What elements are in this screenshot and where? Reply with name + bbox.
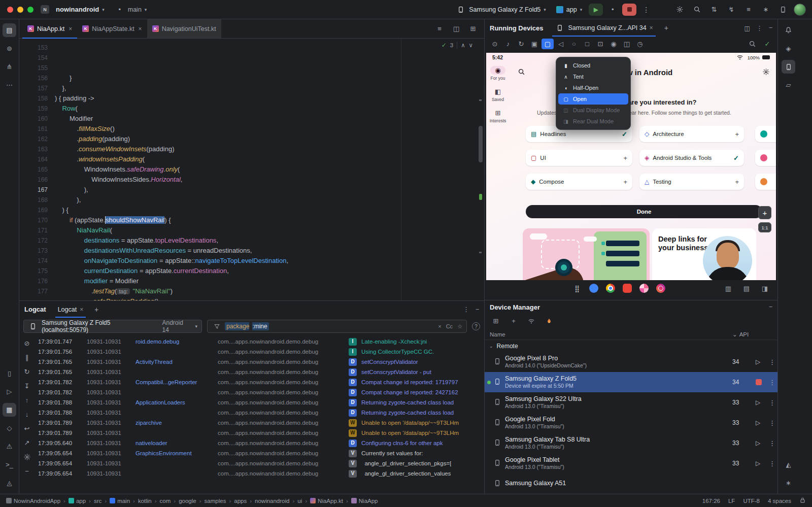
partial-chip[interactable] (755, 150, 776, 166)
log-entry[interactable]: 17:39:01.76510931-10931ActivityThreadcom… (35, 357, 484, 367)
log-entry[interactable]: 17:39:01.78810931-10931com....apps.nowin… (35, 408, 484, 418)
tool-strip-gradle[interactable]: ◈ (782, 42, 795, 55)
split-screen-icon[interactable]: ▥ (723, 283, 733, 293)
log-entry[interactable]: 17:39:05.64010931-10931nativeloadercom..… (35, 438, 484, 448)
logcat-collapse-button[interactable]: − (21, 466, 32, 476)
start-device-button[interactable]: ▷ (756, 399, 760, 406)
hide-device-manager-icon[interactable]: − (769, 303, 772, 311)
home-button[interactable]: ○ (568, 39, 580, 49)
minimize-window-button[interactable] (17, 7, 23, 13)
line-separator[interactable]: LF (728, 498, 735, 504)
tool-strip-emulator[interactable]: ▱ (782, 78, 795, 92)
handle-icon[interactable]: ◨ (760, 283, 770, 293)
breadcrumb-item-NiaApp[interactable]: NiaApp (351, 498, 378, 504)
hide-panel-icon[interactable]: − (769, 24, 772, 31)
clear-filter-icon[interactable]: × (438, 323, 441, 329)
tool-strip-structure[interactable]: ⋔ (3, 60, 16, 74)
device-mirror-button[interactable] (776, 4, 790, 16)
zoom-ratio-button[interactable]: 1:1 (758, 222, 771, 232)
device-row-Google Pixel Fold[interactable]: Google Pixel FoldAndroid 13.0 ("Tiramisu… (485, 413, 777, 433)
editor-scrollbar[interactable] (479, 39, 483, 300)
synced-button[interactable]: ✓ (761, 39, 773, 49)
split-icon[interactable]: ◫ (451, 24, 461, 34)
log-entry[interactable]: 17:39:01.78910931-10931ziparchivecom....… (35, 418, 484, 428)
more-actions-button[interactable]: ⋮ (639, 4, 653, 16)
log-entry[interactable]: 17:39:01.78810931-10931ApplicationLoader… (35, 397, 484, 408)
zoom-reset-button[interactable] (746, 39, 758, 49)
hide-logcat-icon[interactable]: − (476, 306, 479, 313)
pair-wifi-button[interactable] (526, 316, 536, 326)
logcat-device-selector[interactable]: Samsung Galaxy Z Fold5 (localhost:50579)… (23, 320, 202, 333)
tool-strip-notifications[interactable] (782, 23, 795, 37)
app-search-icon[interactable] (518, 68, 525, 77)
match-case-icon[interactable]: Cc (446, 323, 453, 329)
editor[interactable]: 1531541551561571581591601611621631641651… (19, 39, 484, 300)
fold-menu-item-Closed[interactable]: ▮Closed (558, 60, 628, 71)
add-icon[interactable]: + (735, 130, 739, 138)
settings-button[interactable] (673, 4, 686, 16)
record-button[interactable]: ◉ (607, 39, 620, 49)
volume-button[interactable]: ♪ (502, 39, 514, 49)
logcat-scroll-end-button[interactable]: ↧ (21, 381, 32, 391)
indent-style[interactable]: 4 spaces (768, 498, 791, 504)
timer-button[interactable]: ◷ (634, 39, 646, 49)
debug-button[interactable]: • (606, 4, 619, 16)
device-table-header[interactable]: Name ⌄API (485, 329, 777, 341)
tool-strip-project[interactable]: ▤ (3, 23, 16, 37)
zoom-in-button[interactable]: + (758, 206, 771, 219)
apps-app-icon[interactable]: ⣿ (572, 284, 582, 293)
project-widget[interactable]: nowinandroid ▾ (52, 4, 108, 15)
nav-item-Saved[interactable]: ◧Saved (490, 87, 505, 102)
breadcrumb-item-src[interactable]: src (94, 498, 101, 504)
next-problem-icon[interactable]: ∨ (469, 42, 473, 49)
close-icon[interactable]: × (139, 25, 142, 32)
add-button[interactable]: + (509, 316, 519, 326)
logcat-settings-button[interactable] (21, 452, 32, 462)
start-device-button[interactable]: ▷ (756, 419, 760, 426)
log-entry[interactable]: 17:39:01.76510931-10931com....apps.nowin… (35, 367, 484, 377)
tool-strip-assistant[interactable]: ∗ (782, 476, 795, 490)
breadcrumb-item-app[interactable]: app (69, 498, 86, 504)
logcat-options-icon[interactable]: ⋮ (463, 306, 469, 313)
chrome-app-icon[interactable] (606, 284, 615, 293)
column-api[interactable]: API (739, 331, 749, 337)
device-menu-icon[interactable]: ⋮ (769, 358, 775, 366)
logcat-prev-button[interactable]: ↑ (21, 395, 32, 405)
fold-menu-item-Tent[interactable]: ∧Tent (558, 71, 628, 82)
tool-strip-more[interactable]: ⋯ (3, 78, 16, 92)
logcat-tab[interactable]: Logcat × (53, 301, 88, 318)
logcat-wrap-button[interactable]: ↩ (21, 423, 32, 433)
device-menu-icon[interactable]: ⋮ (769, 460, 775, 467)
log-entry[interactable]: 17:39:05.65410931-10931com....apps.nowin… (35, 468, 484, 479)
device-screen[interactable]: 5:42 100% ◉For you◧Saved⊞Interests Now i… (486, 53, 776, 296)
close-icon[interactable]: × (80, 306, 83, 313)
back-button[interactable]: ◁ (555, 39, 567, 49)
breadcrumb-item-nowinandroid[interactable]: nowinandroid (255, 498, 289, 504)
firebase-button[interactable] (544, 316, 554, 326)
running-device-tab[interactable]: Samsung Galaxy Z...API 34 × (550, 20, 657, 37)
editor-tab-NavigationUiTest.kt[interactable]: KNavigationUiTest.kt (147, 19, 221, 38)
tool-strip-running-devices[interactable]: ▦ (3, 403, 16, 417)
partial-chip[interactable] (755, 126, 776, 142)
checked-icon[interactable]: ✓ (622, 130, 627, 138)
device-menu-icon[interactable]: ⋮ (769, 379, 775, 386)
run-configuration-selector[interactable]: app ▾ (553, 4, 586, 15)
editor-tab-NiaApp.kt[interactable]: KNiaApp.kt× (22, 19, 77, 38)
tool-strip-terminal[interactable]: >_ (3, 458, 16, 471)
log-entry[interactable]: 17:39:01.78210931-10931Compatibil...geRe… (35, 377, 484, 387)
display-button[interactable]: ◫ (621, 39, 633, 49)
scrollbar-thumb[interactable] (479, 126, 483, 162)
tool-strip-resource-manager[interactable]: ◇ (3, 421, 16, 435)
device-row-Samsung Galaxy Tab S8 Ultra[interactable]: Samsung Galaxy Tab S8 UltraAndroid 13.0 … (485, 433, 777, 453)
group-by-button[interactable]: ⊞ (491, 316, 501, 326)
breadcrumb-item-NiaApp.kt[interactable]: NiaApp.kt (310, 498, 343, 504)
log-entry[interactable]: 17:39:05.65410931-10931com....apps.nowin… (35, 458, 484, 468)
tool-strip-build[interactable]: ◬ (3, 476, 16, 490)
device-row-Google Pixel Tablet[interactable]: Google Pixel TabletAndroid 13.0 ("Tirami… (485, 453, 777, 474)
app-settings-icon[interactable] (762, 68, 770, 77)
overview-button[interactable]: □ (581, 39, 593, 49)
youtube-app-icon[interactable] (623, 284, 632, 293)
photos-app-icon[interactable] (639, 284, 649, 293)
breadcrumb-item-com[interactable]: com (160, 498, 171, 504)
zoom-window-button[interactable] (27, 7, 33, 13)
